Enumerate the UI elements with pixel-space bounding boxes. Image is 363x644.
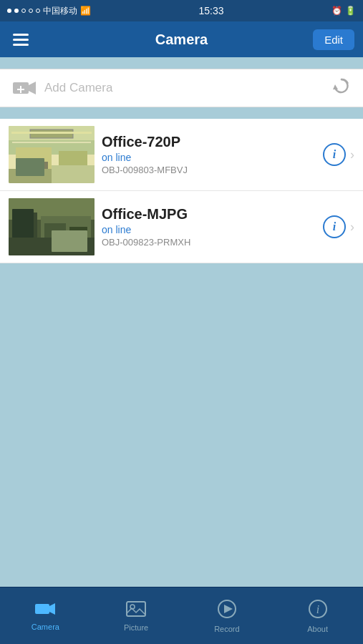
chevron-right-1: › bbox=[350, 147, 354, 162]
status-left: 中国移动 📶 bbox=[7, 5, 91, 17]
camera-item-2[interactable]: Office-MJPG on line OBJ-009823-PRMXH i › bbox=[0, 191, 363, 263]
picture-tab-icon bbox=[126, 600, 146, 620]
info-icon-2: i bbox=[333, 220, 336, 233]
svg-rect-15 bbox=[30, 130, 73, 138]
camera-status-2: on line bbox=[102, 224, 316, 235]
camera-info-2: Office-MJPG on line OBJ-009823-PRMXH bbox=[95, 206, 323, 248]
camera-actions-1: i › bbox=[323, 143, 354, 166]
tab-bar: Camera Picture Record i bbox=[0, 587, 363, 644]
camera-thumbnail-1 bbox=[9, 126, 95, 183]
svg-rect-22 bbox=[69, 227, 87, 238]
wifi-icon: 📶 bbox=[80, 6, 91, 16]
nav-bar: Camera Edit bbox=[0, 21, 363, 57]
camera-actions-2: i › bbox=[323, 215, 354, 238]
time-display: 15:33 bbox=[198, 5, 223, 16]
about-tab-label: About bbox=[307, 625, 328, 633]
add-camera-icon bbox=[11, 79, 37, 97]
content-fill bbox=[0, 263, 363, 587]
menu-line-1 bbox=[13, 34, 29, 36]
add-camera-left: Add Camera bbox=[11, 79, 112, 97]
svg-rect-7 bbox=[12, 142, 91, 143]
svg-rect-24 bbox=[17, 224, 29, 238]
signal-dot-5 bbox=[36, 9, 40, 13]
camera-tab-icon bbox=[34, 601, 56, 620]
about-tab-icon: i bbox=[308, 599, 328, 622]
svg-marker-4 bbox=[333, 84, 338, 89]
record-tab-label: Record bbox=[214, 625, 239, 633]
camera-list: Office-720P on line OBJ-009803-MFBVJ i › bbox=[0, 119, 363, 263]
tab-record[interactable]: Record bbox=[182, 587, 273, 644]
tab-about[interactable]: i About bbox=[272, 587, 363, 644]
svg-rect-21 bbox=[44, 223, 66, 238]
svg-rect-3 bbox=[20, 86, 21, 93]
svg-rect-14 bbox=[52, 165, 95, 183]
camera-status-1: on line bbox=[102, 152, 316, 163]
camera-name-2: Office-MJPG bbox=[102, 206, 316, 223]
signal-dot-4 bbox=[29, 9, 33, 13]
edit-button[interactable]: Edit bbox=[313, 29, 354, 50]
camera-name-1: Office-720P bbox=[102, 134, 316, 150]
camera-item-1[interactable]: Office-720P on line OBJ-009803-MFBVJ i › bbox=[0, 119, 363, 191]
add-camera-label: Add Camera bbox=[44, 81, 112, 95]
svg-marker-31 bbox=[224, 605, 233, 613]
status-bar: 中国移动 📶 15:33 ⏰ 🔋 bbox=[0, 0, 363, 21]
camera-id-2: OBJ-009823-PRMXH bbox=[102, 237, 316, 248]
camera-thumbnail-2 bbox=[9, 198, 95, 255]
menu-line-2 bbox=[13, 39, 29, 41]
carrier-label: 中国移动 bbox=[43, 5, 77, 17]
svg-rect-13 bbox=[9, 169, 52, 183]
tab-picture[interactable]: Picture bbox=[91, 587, 182, 644]
record-tab-icon bbox=[217, 599, 237, 622]
status-right: ⏰ 🔋 bbox=[331, 6, 356, 16]
camera-tab-label: Camera bbox=[32, 623, 59, 631]
refresh-button[interactable] bbox=[331, 76, 352, 100]
info-button-2[interactable]: i bbox=[323, 215, 346, 238]
svg-rect-12 bbox=[37, 162, 48, 169]
picture-tab-label: Picture bbox=[124, 623, 148, 632]
mid-spacer bbox=[0, 107, 363, 119]
svg-marker-27 bbox=[49, 603, 55, 615]
alarm-icon: ⏰ bbox=[331, 6, 342, 16]
camera-id-1: OBJ-009803-MFBVJ bbox=[102, 165, 316, 175]
chevron-right-2: › bbox=[350, 220, 354, 235]
signal-dot-3 bbox=[21, 9, 26, 13]
add-camera-row[interactable]: Add Camera bbox=[0, 69, 363, 107]
menu-button[interactable] bbox=[9, 29, 33, 50]
signal-dot-2 bbox=[14, 9, 19, 13]
camera-info-1: Office-720P on line OBJ-009803-MFBVJ bbox=[95, 134, 323, 175]
svg-text:i: i bbox=[316, 603, 319, 615]
nav-title: Camera bbox=[155, 31, 208, 48]
main-content: Add Camera bbox=[0, 57, 363, 587]
info-icon-1: i bbox=[333, 148, 336, 161]
svg-rect-11 bbox=[19, 158, 34, 169]
info-button-1[interactable]: i bbox=[323, 143, 346, 166]
signal-dot-1 bbox=[7, 9, 11, 13]
battery-icon: 🔋 bbox=[345, 6, 356, 16]
svg-point-23 bbox=[17, 213, 29, 224]
svg-marker-1 bbox=[29, 82, 36, 94]
svg-rect-26 bbox=[35, 604, 49, 614]
svg-rect-25 bbox=[9, 238, 95, 255]
menu-line-3 bbox=[13, 44, 29, 46]
svg-rect-28 bbox=[127, 602, 145, 616]
tab-camera[interactable]: Camera bbox=[0, 587, 91, 644]
top-spacer bbox=[0, 57, 363, 69]
